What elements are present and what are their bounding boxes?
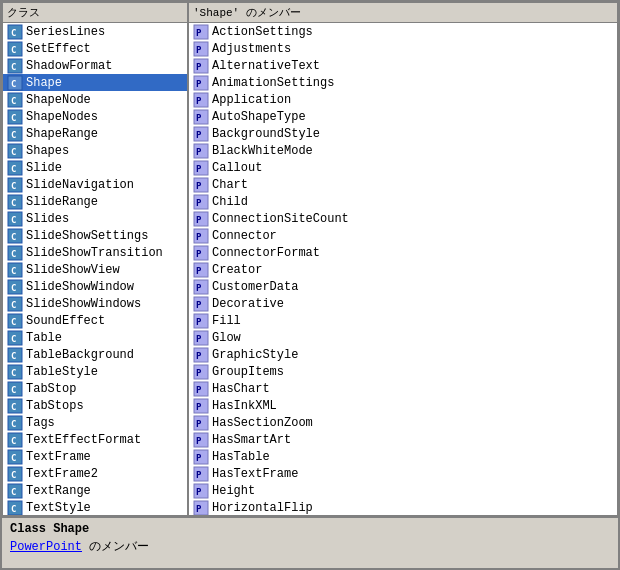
member-list-item[interactable]: PHorizontalFlip <box>189 499 617 515</box>
member-list-item[interactable]: PGlow <box>189 329 617 346</box>
class-item-label: ShapeNode <box>26 93 91 107</box>
class-icon: C <box>7 313 23 329</box>
svg-text:P: P <box>196 232 202 242</box>
class-list-item[interactable]: CShapes <box>3 142 187 159</box>
class-list-item[interactable]: CSetEffect <box>3 40 187 57</box>
member-list-item[interactable]: PConnector <box>189 227 617 244</box>
class-list-item[interactable]: CSeriesLines <box>3 23 187 40</box>
member-item-label: ConnectionSiteCount <box>212 212 349 226</box>
member-item-label: GraphicStyle <box>212 348 298 362</box>
class-list-item[interactable]: CTags <box>3 414 187 431</box>
member-item-label: HasTable <box>212 450 270 464</box>
class-list-item[interactable]: CTabStops <box>3 397 187 414</box>
class-icon: C <box>7 245 23 261</box>
class-list-item[interactable]: CSlideNavigation <box>3 176 187 193</box>
member-list-item[interactable]: PHasTable <box>189 448 617 465</box>
member-icon: P <box>193 330 209 346</box>
class-icon: C <box>7 415 23 431</box>
class-icon: C <box>7 279 23 295</box>
class-icon: C <box>7 92 23 108</box>
member-list-item[interactable]: PHasSmartArt <box>189 431 617 448</box>
member-list-item[interactable]: PApplication <box>189 91 617 108</box>
svg-text:P: P <box>196 317 202 327</box>
class-list-item[interactable]: CSlideShowSettings <box>3 227 187 244</box>
class-list-item[interactable]: CTableStyle <box>3 363 187 380</box>
member-list-item[interactable]: PAutoShapeType <box>189 108 617 125</box>
member-list-item[interactable]: PGraphicStyle <box>189 346 617 363</box>
class-list-item[interactable]: CTextFrame2 <box>3 465 187 482</box>
class-list-item[interactable]: CShape <box>3 74 187 91</box>
member-list-item[interactable]: PCallout <box>189 159 617 176</box>
member-list-item[interactable]: PCreator <box>189 261 617 278</box>
class-icon: C <box>7 228 23 244</box>
member-list-item[interactable]: PConnectionSiteCount <box>189 210 617 227</box>
member-list-item[interactable]: PChart <box>189 176 617 193</box>
member-icon: P <box>193 24 209 40</box>
member-list-item[interactable]: PChild <box>189 193 617 210</box>
svg-text:C: C <box>11 419 16 429</box>
member-list-item[interactable]: PAlternativeText <box>189 57 617 74</box>
class-list-item[interactable]: CSoundEffect <box>3 312 187 329</box>
class-list-item[interactable]: CTabStop <box>3 380 187 397</box>
member-list-item[interactable]: PHasChart <box>189 380 617 397</box>
member-list-item[interactable]: PGroupItems <box>189 363 617 380</box>
class-list-item[interactable]: CTextStyle <box>3 499 187 515</box>
class-list-item[interactable]: CSlide <box>3 159 187 176</box>
class-item-label: TextFrame2 <box>26 467 98 481</box>
powerpoint-link[interactable]: PowerPoint <box>10 540 82 554</box>
member-icon: P <box>193 483 209 499</box>
member-list-item[interactable]: PActionSettings <box>189 23 617 40</box>
class-item-label: SlideShowTransition <box>26 246 163 260</box>
member-list-item[interactable]: PBackgroundStyle <box>189 125 617 142</box>
class-list-item[interactable]: CTextEffectFormat <box>3 431 187 448</box>
class-item-label: SlideShowView <box>26 263 120 277</box>
member-list-item[interactable]: PFill <box>189 312 617 329</box>
class-list-item[interactable]: CShapeRange <box>3 125 187 142</box>
svg-text:P: P <box>196 62 202 72</box>
member-item-label: Fill <box>212 314 241 328</box>
class-icon: C <box>7 126 23 142</box>
svg-text:C: C <box>11 249 16 259</box>
member-list-item[interactable]: PCustomerData <box>189 278 617 295</box>
class-list-item[interactable]: CTextFrame <box>3 448 187 465</box>
member-list-item[interactable]: PHasTextFrame <box>189 465 617 482</box>
member-list-item[interactable]: PAnimationSettings <box>189 74 617 91</box>
member-list-item[interactable]: PAdjustments <box>189 40 617 57</box>
class-item-label: TextFrame <box>26 450 91 464</box>
class-list-item[interactable]: CSlideShowView <box>3 261 187 278</box>
class-list-item[interactable]: CTableBackground <box>3 346 187 363</box>
member-list-item[interactable]: PHasSectionZoom <box>189 414 617 431</box>
class-list-item[interactable]: CShapeNode <box>3 91 187 108</box>
member-item-label: HasTextFrame <box>212 467 298 481</box>
class-item-label: SlideNavigation <box>26 178 134 192</box>
class-icon: C <box>7 398 23 414</box>
class-list-item[interactable]: CSlideShowWindows <box>3 295 187 312</box>
member-list-item[interactable]: PHeight <box>189 482 617 499</box>
class-list-item[interactable]: CSlideShowWindow <box>3 278 187 295</box>
class-item-label: Slide <box>26 161 62 175</box>
member-icon: P <box>193 143 209 159</box>
member-list-item[interactable]: PDecorative <box>189 295 617 312</box>
bottom-info-panel: Class Shape PowerPoint のメンバー <box>2 516 618 568</box>
left-panel-header: クラス <box>3 3 187 23</box>
member-icon: P <box>193 41 209 57</box>
svg-text:C: C <box>11 164 16 174</box>
class-list-item[interactable]: CShapeNodes <box>3 108 187 125</box>
member-list-item[interactable]: PConnectorFormat <box>189 244 617 261</box>
member-item-label: Connector <box>212 229 277 243</box>
member-list-item[interactable]: PBlackWhiteMode <box>189 142 617 159</box>
class-list[interactable]: CSeriesLinesCSetEffectCShadowFormatCShap… <box>3 23 187 515</box>
class-list-item[interactable]: CTable <box>3 329 187 346</box>
class-list-item[interactable]: CSlideShowTransition <box>3 244 187 261</box>
member-item-label: Child <box>212 195 248 209</box>
svg-text:C: C <box>11 62 16 72</box>
members-list[interactable]: PActionSettingsPAdjustmentsPAlternativeT… <box>189 23 617 515</box>
class-list-item[interactable]: CTextRange <box>3 482 187 499</box>
member-item-label: HasInkXML <box>212 399 277 413</box>
class-item-label: TextRange <box>26 484 91 498</box>
class-list-item[interactable]: CSlideRange <box>3 193 187 210</box>
class-list-item[interactable]: CSlides <box>3 210 187 227</box>
member-icon: P <box>193 211 209 227</box>
member-list-item[interactable]: PHasInkXML <box>189 397 617 414</box>
class-list-item[interactable]: CShadowFormat <box>3 57 187 74</box>
